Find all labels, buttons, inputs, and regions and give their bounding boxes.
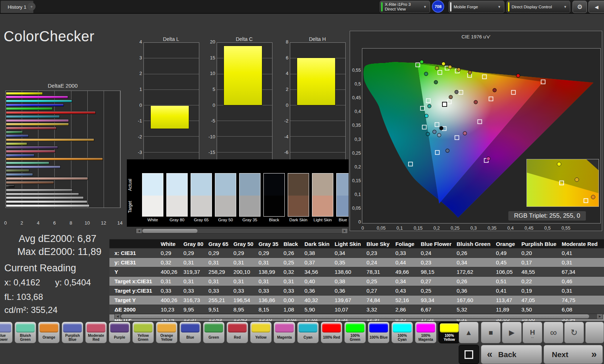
cie-y-tick: 0,2 [350, 164, 361, 170]
delta-c-tick: 15 [206, 55, 215, 60]
pattern-button-blue-flower[interactable]: Blue Flower [0, 322, 13, 343]
stop-button[interactable]: ■ [481, 322, 501, 343]
refresh-button[interactable]: ↻ [564, 322, 584, 343]
pattern-button-purplish-blue[interactable]: Purplish Blue [62, 322, 83, 343]
table-row-label: ΔE 2000 [109, 305, 155, 314]
cie-measured-marker [440, 126, 443, 130]
cie-measured-marker [487, 157, 490, 160]
de-bar-foliage [6, 169, 29, 172]
chevron-down-icon: ▼ [495, 5, 504, 9]
pattern-button-100-magenta[interactable]: 100% Magenta [415, 322, 437, 343]
delta-h-tick: 6 [279, 55, 288, 60]
next-button[interactable]: Next » [543, 345, 603, 364]
delta-l-axis: 43210-1-2-3-4 [133, 39, 142, 171]
gear-icon: ⚙ [577, 3, 582, 11]
loop-button[interactable]: ∞ [543, 322, 563, 343]
swatch-gray-65: Gray 65 [191, 173, 212, 222]
table-cell: 5,32 [451, 305, 491, 314]
table-cell: 10,23 [155, 305, 178, 314]
meter-dropdown[interactable]: X-Rite i1Pro 3 Direct View ▼ [380, 1, 430, 13]
swatch-target [191, 196, 212, 216]
pattern-window-button[interactable]: H [522, 322, 542, 343]
swatch-label: Blue Sky [336, 218, 349, 222]
de-bar-white [6, 204, 89, 207]
de-bar-dark-skin [6, 181, 54, 184]
pattern-button-magenta[interactable]: Magenta [274, 322, 295, 343]
inset-measured-marker [557, 162, 561, 166]
settings-button[interactable]: ⚙ [572, 1, 587, 13]
pattern-button-cyan[interactable]: Cyan [297, 322, 319, 343]
pattern-button-100-blue[interactable]: 100% Blue [368, 322, 390, 343]
table-cell: 0,41 [557, 248, 604, 258]
cie-x-tick: 0 [362, 226, 364, 231]
pattern-button-100-cyan[interactable]: 100% Cyan [391, 322, 413, 343]
back-button[interactable]: « Back [481, 345, 542, 364]
pattern-button-green[interactable]: Green [203, 322, 225, 343]
pattern-button-blue[interactable]: Blue [179, 322, 201, 343]
delta-l-tick: 2 [133, 71, 142, 76]
table-cell: 0,25 [278, 258, 299, 267]
scrollbar-thumb[interactable] [121, 314, 589, 318]
source-dropdown[interactable]: Mobile Forge ▼ [449, 1, 504, 13]
pattern-color-swatch [181, 323, 200, 332]
table-cell: 11,89 [491, 305, 516, 314]
pattern-label: Orange Yellow [157, 332, 176, 342]
play-icon: ▶ [509, 328, 515, 337]
table-cell: 138,99 [253, 267, 278, 277]
workflow-dropdown[interactable]: Direct Display Control ▼ [507, 1, 570, 13]
patch-comparison-strip: Actual Target WhiteGray 80Gray 65Gray 50… [127, 159, 349, 227]
table-cell: 6,08 [557, 305, 604, 314]
table-scrollbar[interactable]: ◀ ▶ [114, 314, 603, 319]
pattern-color-swatch [228, 323, 247, 332]
pattern-color-swatch [0, 323, 11, 332]
pattern-button-purple[interactable]: Purple [109, 322, 130, 343]
pattern-button-yellow[interactable]: Yellow [250, 322, 272, 343]
pattern-window-toggle[interactable] [459, 345, 479, 364]
refresh-icon: ↻ [571, 328, 578, 338]
table-cell: 34,56 [299, 267, 329, 277]
swatch-black: Black [263, 173, 285, 222]
pattern-button-orange-yellow[interactable]: Orange Yellow [156, 322, 178, 343]
scrollbar-thumb[interactable] [142, 229, 197, 233]
table-cell: 0,33 [390, 248, 416, 258]
scroll-left-icon[interactable]: ◀ [115, 314, 120, 319]
pattern-label: Orange [42, 332, 55, 342]
table-cell: 200,10 [228, 267, 253, 277]
pattern-label: Red [234, 332, 241, 342]
table-cell: 0,26 [451, 248, 491, 258]
delta-c-chart: Delta C 20151050-5-10-15-20 [207, 34, 280, 177]
collapse-up-button[interactable]: ▲ [459, 322, 479, 343]
de2000-x-axis: 02468101214 [3, 220, 128, 226]
pattern-button-yellow-green[interactable]: Yellow Green [132, 322, 154, 343]
pattern-button-red[interactable]: Red [226, 322, 248, 343]
pattern-button-100-green[interactable]: 100% Green [344, 322, 366, 343]
delta-l-tick: -2 [133, 134, 142, 139]
table-col-blue-flower: Blue Flower [416, 239, 451, 248]
de2000-x-tick: 8 [70, 220, 72, 226]
table-cell: 3,32 [362, 305, 391, 314]
de2000-x-tick: 0 [4, 220, 7, 226]
pattern-button-orange[interactable]: Orange [38, 322, 60, 343]
cie-measured-marker [463, 131, 467, 135]
play-button[interactable]: ▶ [502, 322, 522, 343]
scroll-right-icon[interactable]: ▶ [597, 314, 603, 319]
extra-button[interactable] [585, 322, 604, 343]
pattern-button-100-red[interactable]: 100% Red [321, 322, 342, 343]
table-cell: 0,27 [416, 277, 451, 286]
inset-measured-marker [591, 195, 595, 199]
scroll-right-icon[interactable]: ▶ [342, 229, 347, 233]
session-count-badge[interactable]: 708 [432, 0, 444, 13]
pattern-button-100-yellow[interactable]: 100% Yellow [438, 322, 460, 343]
table-cell: 0,33 [155, 286, 178, 296]
pattern-label: Yellow Green [134, 332, 153, 342]
inset-target-marker [584, 198, 588, 203]
collapse-panel-button[interactable]: ◀ [588, 1, 604, 13]
scroll-left-icon[interactable]: ◀ [136, 229, 142, 233]
add-tab-button[interactable]: + [28, 3, 36, 11]
table-cell: 5,90 [299, 305, 329, 314]
collapse-up-icon: ▲ [465, 329, 472, 337]
pattern-button-moderate-red[interactable]: Moderate Red [85, 322, 107, 343]
pattern-button-bluish-green[interactable]: Bluish Green [14, 322, 36, 343]
swatch-strip-scrollbar[interactable]: ◀ ▶ [136, 228, 348, 234]
delta-c-title: Delta C [217, 36, 272, 42]
